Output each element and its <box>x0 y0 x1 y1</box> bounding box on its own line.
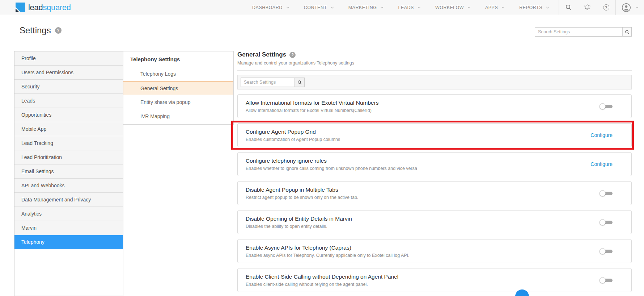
sidebar-item-data-management-and-privacy[interactable]: Data Management and Privacy <box>14 193 123 207</box>
setting-text: Disable Opening of Entity Details in Mar… <box>246 216 352 229</box>
nav-item-label: APPS <box>485 5 498 10</box>
settings-help-icon[interactable] <box>55 27 62 34</box>
profile-menu[interactable] <box>616 3 644 12</box>
sidebar-item-telephony[interactable]: Telephony <box>14 235 123 249</box>
sidebar-item-leads[interactable]: Leads <box>14 94 123 108</box>
toggle-switch[interactable] <box>599 219 613 225</box>
setting-description: Enables whether to ignore calls coming f… <box>246 166 417 171</box>
toggle-switch[interactable] <box>599 190 613 196</box>
setting-title: Enable Client-Side Calling without Depen… <box>246 274 398 280</box>
nav-item-leads[interactable]: LEADS <box>398 5 421 10</box>
setting-description: Enables async APIs for Telephony. Curren… <box>246 253 410 258</box>
setting-title: Configure Agent Popup Grid <box>246 129 340 135</box>
notifications-bell-icon[interactable] <box>578 4 597 11</box>
chevron-down-icon <box>286 7 289 9</box>
setting-card: Allow International formats for Exotel V… <box>237 94 632 118</box>
submenu-item-telephony-logs[interactable]: Telephony Logs <box>123 67 233 81</box>
sidebar-item-users-and-permissions[interactable]: Users and Permissions <box>14 66 123 80</box>
chevron-down-icon <box>467 7 471 9</box>
help-icon[interactable] <box>597 4 615 11</box>
settings-sidebar: ProfileUsers and PermissionsSecurityLead… <box>14 51 123 296</box>
toggle-switch[interactable] <box>599 277 613 283</box>
nav-item-label: REPORTS <box>519 5 542 10</box>
settings-filter-toolbar <box>237 75 632 89</box>
chevron-down-icon <box>418 7 421 9</box>
setting-text: Enable Async APIs for Telephony (Capras)… <box>246 245 410 258</box>
global-settings-search <box>535 27 632 37</box>
leadsquared-logo-icon <box>16 3 25 12</box>
setting-card: Configure Agent Popup GridEnables custom… <box>237 123 632 147</box>
settings-search-button[interactable] <box>622 28 631 36</box>
submenu-item-general-settings[interactable]: General Settings <box>123 81 233 95</box>
nav-item-label: MARKETING <box>348 5 377 10</box>
sidebar-item-profile[interactable]: Profile <box>14 51 123 66</box>
setting-card: Disable Opening of Entity Details in Mar… <box>237 210 632 234</box>
filter-search-input[interactable] <box>241 78 295 87</box>
nav-item-workflow[interactable]: WORKFLOW <box>435 5 471 10</box>
sidebar-item-security[interactable]: Security <box>14 80 123 94</box>
chevron-down-icon <box>501 7 505 9</box>
toggle-switch[interactable] <box>599 248 613 254</box>
brand-name: leadsquared <box>28 3 71 12</box>
setting-description: Enables client-side calling without rely… <box>246 282 398 287</box>
setting-title: Disable Opening of Entity Details in Mar… <box>246 216 352 222</box>
general-settings-panel: General Settings Manage and control your… <box>237 51 632 292</box>
settings-search-input[interactable] <box>535 28 622 36</box>
nav-item-apps[interactable]: APPS <box>485 5 505 10</box>
sidebar-item-opportunities[interactable]: Opportunities <box>14 108 123 122</box>
nav-item-reports[interactable]: REPORTS <box>519 5 549 10</box>
submenu-item-ivr-mapping[interactable]: IVR Mapping <box>123 109 233 124</box>
sidebar-item-mobile-app[interactable]: Mobile App <box>14 122 123 136</box>
general-settings-header: General Settings Manage and control your… <box>237 51 632 71</box>
chevron-down-icon <box>331 7 334 9</box>
setting-description: Allow International formats for Exotel V… <box>246 108 379 113</box>
main-nav: DASHBOARDCONTENTMARKETINGLEADSWORKFLOWAP… <box>252 5 549 10</box>
toggle-knob <box>599 190 606 196</box>
nav-icon-group <box>559 0 644 15</box>
sidebar-item-lead-tracking[interactable]: Lead Tracking <box>14 136 123 150</box>
page-title: Settings <box>20 25 51 36</box>
setting-text: Configure telephony ignore rulesEnables … <box>246 158 417 171</box>
section-title: General Settings <box>237 51 286 58</box>
nav-item-label: LEADS <box>398 5 414 10</box>
chevron-down-icon <box>635 7 639 9</box>
general-settings-help-icon[interactable] <box>289 52 296 58</box>
brand-lead: lead <box>28 3 43 12</box>
sidebar-item-lead-prioritization[interactable]: Lead Prioritization <box>14 150 123 164</box>
search-icon[interactable] <box>559 4 578 11</box>
chevron-down-icon <box>380 7 384 9</box>
profile-avatar-icon <box>622 3 631 12</box>
setting-description: Restrict agent popup to be shown only on… <box>246 195 358 200</box>
setting-text: Allow International formats for Exotel V… <box>246 100 379 113</box>
configure-link[interactable]: Configure <box>590 161 613 167</box>
setting-description: Enables customzation of Agent Popup colu… <box>246 137 340 142</box>
top-navigation-bar: leadsquared DASHBOARDCONTENTMARKETINGLEA… <box>0 0 644 15</box>
nav-item-dashboard[interactable]: DASHBOARD <box>252 5 289 10</box>
nav-item-label: WORKFLOW <box>435 5 464 10</box>
filter-search-button[interactable] <box>295 78 305 87</box>
chevron-down-icon <box>546 7 549 9</box>
nav-item-label: CONTENT <box>304 5 327 10</box>
nav-item-marketing[interactable]: MARKETING <box>348 5 384 10</box>
setting-text: Enable Client-Side Calling without Depen… <box>246 274 398 287</box>
sidebar-item-email-settings[interactable]: Email Settings <box>14 164 123 179</box>
settings-card-list: Allow International formats for Exotel V… <box>237 94 632 292</box>
submenu-header: Telephony Settings <box>123 51 233 67</box>
sidebar-item-marvin[interactable]: Marvin <box>14 221 123 235</box>
setting-card: Configure telephony ignore rulesEnables … <box>237 152 632 176</box>
setting-card: Enable Client-Side Calling without Depen… <box>237 268 632 292</box>
nav-item-content[interactable]: CONTENT <box>304 5 334 10</box>
nav-item-label: DASHBOARD <box>252 5 283 10</box>
leadsquared-logo[interactable]: leadsquared <box>16 3 71 12</box>
help-question-glyph <box>603 4 609 11</box>
submenu-item-entity-share-via-popup[interactable]: Entity share via popup <box>123 95 233 109</box>
setting-title: Configure telephony ignore rules <box>246 158 417 164</box>
setting-title: Enable Async APIs for Telephony (Capras) <box>246 245 410 251</box>
setting-text: Disable Agent Popup in Multiple TabsRest… <box>246 187 358 200</box>
sidebar-item-api-and-webhooks[interactable]: API and Webhooks <box>14 179 123 193</box>
toggle-knob <box>599 248 606 254</box>
configure-link[interactable]: Configure <box>590 132 613 138</box>
sidebar-item-analytics[interactable]: Analytics <box>14 207 123 221</box>
section-subtitle: Manage and control your organizations Te… <box>237 61 632 66</box>
toggle-switch[interactable] <box>599 103 613 109</box>
